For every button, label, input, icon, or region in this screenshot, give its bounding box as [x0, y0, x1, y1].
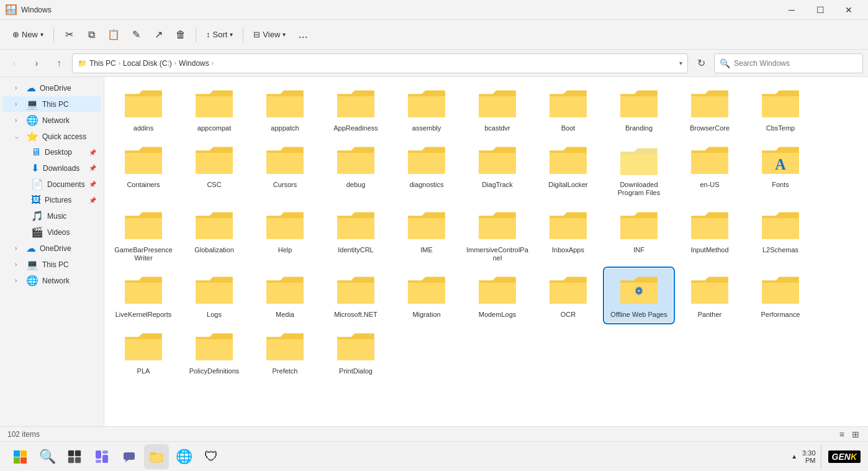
folder-item-debug[interactable]: debug	[322, 139, 390, 201]
folder-item-gamebarpresencewriter[interactable]: GameBarPresenceWriter	[109, 204, 178, 266]
grid-view-button[interactable]: ⊞	[851, 428, 861, 441]
folder-item-printdialog[interactable]: PrintDialog	[322, 325, 390, 379]
folder-item-performance[interactable]: Performance	[746, 268, 815, 322]
search-icon: 🔍	[720, 58, 730, 68]
folder-item-l2schemas[interactable]: L2Schemas	[746, 204, 815, 266]
folder-item-cursors[interactable]: Cursors	[251, 139, 319, 201]
forward-button[interactable]: ›	[27, 54, 46, 73]
paste-button[interactable]: 📋	[104, 25, 124, 45]
folder-icon-csc	[192, 142, 237, 180]
folder-item-panther[interactable]: Panther	[676, 268, 744, 322]
svg-rect-10	[68, 457, 74, 463]
file-area: addins appcompat apppatch AppReadiness a…	[104, 77, 868, 426]
sidebar-item-documents[interactable]: 📄 Documents 📌	[2, 176, 101, 192]
close-button[interactable]: ✕	[834, 0, 863, 20]
folder-item-downloadedprogramfiles[interactable]: Downloaded Program Files	[605, 139, 673, 201]
taskbar-chat-button[interactable]	[117, 444, 142, 469]
folder-item-ime[interactable]: IME	[392, 204, 461, 266]
folder-item-globalization[interactable]: Globalization	[180, 204, 248, 266]
folder-icon-boot	[546, 86, 590, 123]
network-top-icon: 🌐	[26, 114, 38, 126]
folder-item-inf[interactable]: INF	[605, 204, 673, 266]
taskbar-store-button[interactable]: 🛡	[199, 444, 224, 469]
expand-arrow-onedrive: ›	[15, 85, 22, 91]
folder-item-csc[interactable]: CSC	[180, 139, 248, 201]
folder-item-apppatch[interactable]: apppatch	[251, 82, 319, 136]
folder-item-prefetch[interactable]: Prefetch	[251, 325, 319, 379]
folder-item-boot[interactable]: Boot	[534, 82, 602, 136]
folder-icon-apppatch	[263, 86, 307, 123]
svg-point-3	[638, 290, 640, 292]
folder-item-help[interactable]: Help	[251, 204, 319, 266]
view-button[interactable]: ⊟ View ▾	[248, 25, 291, 45]
item-count: 102 items	[7, 430, 40, 439]
folder-item-bcastdvr[interactable]: bcastdvr	[463, 82, 531, 136]
maximize-button[interactable]: ☐	[806, 0, 834, 20]
sidebar-item-quick-access[interactable]: ⌵ ⭐ Quick access	[2, 129, 101, 144]
sidebar-item-downloads[interactable]: ⬇ Downloads 📌	[2, 160, 101, 176]
sidebar-item-pictures[interactable]: 🖼 Pictures 📌	[2, 193, 101, 208]
folder-item-appcompat[interactable]: appcompat	[180, 82, 248, 136]
folder-item-addins[interactable]: addins	[109, 82, 178, 136]
sort-button[interactable]: ↕ Sort ▾	[201, 25, 238, 45]
show-desktop-button[interactable]	[821, 444, 823, 469]
new-button[interactable]: ⊕ New ▾	[7, 25, 48, 45]
cut-button[interactable]: ✂	[59, 25, 79, 45]
folder-item-identitycrl[interactable]: IdentityCRL	[322, 204, 390, 266]
list-view-button[interactable]: ≡	[838, 428, 846, 441]
folder-item-fonts[interactable]: A Fonts	[746, 139, 815, 201]
sidebar-item-this-pc-bot[interactable]: › 💻 This PC	[2, 257, 101, 272]
folder-item-ocr[interactable]: OCR	[534, 268, 602, 322]
address-path[interactable]: 📁 This PC › Local Disk (C:) › Windows › …	[72, 53, 688, 73]
folder-item-branding[interactable]: Branding	[605, 82, 673, 136]
folder-item-diagnostics[interactable]: diagnostics	[392, 139, 461, 201]
folder-item-containers[interactable]: Containers	[109, 139, 178, 201]
folder-item-logs[interactable]: Logs	[180, 268, 248, 322]
taskbar-start-button[interactable]	[7, 444, 32, 469]
folder-item-cbstemp[interactable]: CbsTemp	[746, 82, 815, 136]
folder-item-media[interactable]: Media	[251, 268, 319, 322]
copy-button[interactable]: ⧉	[81, 25, 101, 45]
rename-button[interactable]: ✎	[126, 25, 146, 45]
taskbar-task-view-button[interactable]	[62, 444, 87, 469]
tray-up-icon[interactable]: ▲	[791, 453, 797, 460]
folder-label-cbstemp: CbsTemp	[766, 124, 795, 132]
sidebar-item-videos[interactable]: 🎬 Videos	[2, 224, 101, 240]
sidebar-item-this-pc-top[interactable]: › 💻 This PC	[2, 96, 101, 112]
sidebar-item-desktop[interactable]: 🖥 Desktop 📌	[2, 145, 101, 160]
sidebar-item-onedrive-top[interactable]: › ☁ OneDrive	[2, 80, 101, 96]
up-button[interactable]: ↑	[50, 54, 68, 73]
folder-item-microsoftnet[interactable]: Microsoft.NET	[322, 268, 390, 322]
sidebar-item-music[interactable]: 🎵 Music	[2, 208, 101, 224]
folder-item-inboxapps[interactable]: InboxApps	[534, 204, 602, 266]
folder-item-diagtrack[interactable]: DiagTrack	[463, 139, 531, 201]
folder-item-inputmethod[interactable]: InputMethod	[676, 204, 744, 266]
taskbar-search-button[interactable]: 🔍	[35, 444, 60, 469]
folder-item-modemlogs[interactable]: ModemLogs	[463, 268, 531, 322]
delete-button[interactable]: 🗑	[171, 25, 191, 45]
folder-item-en-us[interactable]: en-US	[676, 139, 744, 201]
folder-item-migration[interactable]: Migration	[392, 268, 461, 322]
folder-item-digitallocker[interactable]: DigitalLocker	[534, 139, 602, 201]
folder-item-immersivecontrolpanel[interactable]: ImmersiveControlPanel	[463, 204, 531, 266]
folder-item-appreadiness[interactable]: AppReadiness	[322, 82, 390, 136]
sidebar-item-network-top[interactable]: › 🌐 Network	[2, 112, 101, 128]
search-input[interactable]	[734, 59, 857, 68]
more-button[interactable]: ...	[293, 25, 313, 45]
folder-item-assembly[interactable]: assembly	[392, 82, 461, 136]
sidebar-item-onedrive-bot[interactable]: › ☁ OneDrive	[2, 240, 101, 256]
taskbar-edge-button[interactable]: 🌐	[171, 444, 196, 469]
back-button[interactable]: ‹	[5, 54, 24, 73]
taskbar-widgets-button[interactable]	[89, 444, 114, 469]
taskbar-file-explorer-button[interactable]	[144, 444, 169, 469]
folder-item-policydefinitions[interactable]: PolicyDefinitions	[180, 325, 248, 379]
folder-item-pla[interactable]: PLA	[109, 325, 178, 379]
folder-item-browsercore[interactable]: BrowserCore	[676, 82, 744, 136]
folder-item-livekernelreports[interactable]: LiveKernelReports	[109, 268, 178, 322]
sidebar-item-network-bot[interactable]: › 🌐 Network	[2, 273, 101, 288]
share-button[interactable]: ↗	[148, 25, 168, 45]
folder-label-bcastdvr: bcastdvr	[484, 124, 510, 132]
minimize-button[interactable]: ─	[777, 0, 806, 20]
refresh-button[interactable]: ↻	[692, 54, 710, 73]
folder-item-offlinewebpages[interactable]: Offline Web Pages	[605, 268, 673, 322]
